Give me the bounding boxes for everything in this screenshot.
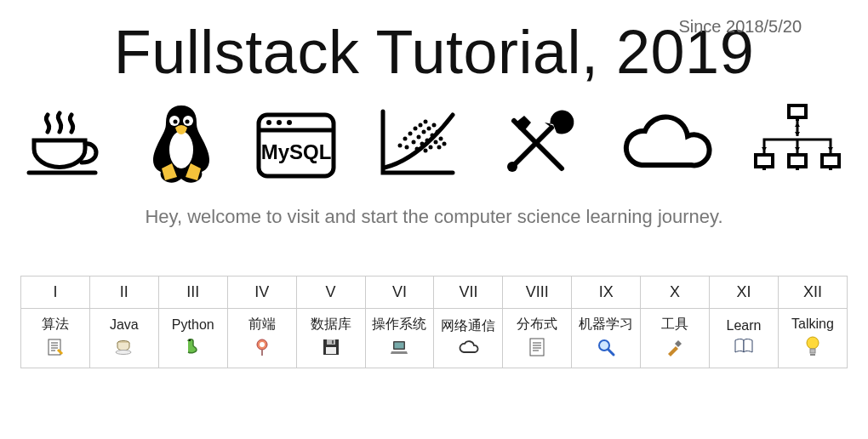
nav-label: Python [161, 317, 226, 333]
bulb-icon [804, 335, 821, 357]
svg-rect-52 [810, 349, 815, 353]
svg-rect-49 [530, 339, 544, 356]
subtitle: Hey, welcome to visit and start the comp… [17, 206, 851, 228]
svg-point-26 [424, 149, 428, 153]
svg-point-22 [420, 142, 425, 146]
svg-point-31 [443, 142, 447, 146]
svg-point-29 [439, 137, 443, 141]
svg-point-7 [277, 120, 282, 125]
svg-point-21 [415, 147, 420, 151]
cloud-small-icon [457, 339, 479, 356]
svg-point-30 [437, 145, 442, 150]
svg-point-42 [260, 342, 265, 347]
nav-header-9[interactable]: IX [572, 277, 641, 309]
svg-point-14 [424, 120, 428, 124]
coffee-small-icon [114, 336, 134, 356]
svg-point-17 [417, 135, 421, 140]
svg-point-11 [408, 132, 413, 136]
linux-penguin-icon [145, 102, 218, 184]
laptop-icon [389, 337, 409, 357]
svg-rect-34 [756, 155, 773, 167]
svg-point-25 [436, 130, 440, 134]
chart-scatter-icon [374, 105, 460, 181]
svg-point-28 [434, 140, 438, 145]
svg-point-3 [174, 120, 178, 124]
svg-rect-33 [789, 105, 806, 117]
svg-rect-35 [789, 155, 806, 167]
svg-point-19 [427, 127, 431, 131]
svg-point-18 [422, 130, 426, 134]
nav-cell-1[interactable]: 算法 [21, 309, 90, 368]
svg-point-8 [287, 120, 292, 125]
nav-cell-6[interactable]: 操作系统 [365, 309, 434, 368]
magnify-icon [596, 337, 616, 357]
mysql-icon: MySQL [254, 105, 339, 181]
nav-label: 分布式 [505, 316, 569, 334]
svg-point-23 [425, 139, 430, 143]
nav-label: 网络通信 [436, 317, 500, 335]
svg-point-0 [169, 131, 193, 168]
nav-header-2[interactable]: II [89, 277, 158, 309]
svg-point-51 [807, 337, 819, 349]
svg-point-32 [507, 162, 517, 172]
mysql-text: MySQL [261, 140, 332, 163]
svg-point-6 [266, 120, 271, 125]
svg-point-10 [403, 137, 408, 141]
nav-header-3[interactable]: III [158, 277, 227, 309]
lollipop-icon [252, 337, 272, 357]
svg-rect-37 [49, 339, 60, 355]
svg-point-9 [398, 144, 403, 148]
nav-label: Learn [711, 318, 776, 334]
nav-cell-9[interactable]: 机器学习 [572, 309, 641, 368]
memo-icon [45, 337, 66, 357]
svg-point-24 [431, 134, 435, 138]
svg-rect-45 [326, 347, 336, 354]
svg-rect-48 [395, 343, 404, 349]
nav-header-6[interactable]: VI [365, 277, 434, 309]
svg-point-13 [419, 123, 423, 128]
nav-header-12[interactable]: XII [778, 277, 847, 309]
network-icon [751, 102, 844, 184]
svg-point-39 [116, 350, 131, 354]
snake-icon [183, 336, 203, 356]
nav-cell-3[interactable]: Python [158, 309, 227, 368]
svg-point-12 [414, 127, 418, 131]
svg-rect-36 [822, 155, 839, 167]
nav-cell-12[interactable]: Talking [778, 309, 847, 368]
nav-label: 工具 [642, 316, 707, 334]
hero-icon-row: MySQL [17, 102, 851, 184]
page-icon [528, 337, 546, 357]
nav-cell-4[interactable]: 前端 [227, 309, 296, 368]
nav-header-8[interactable]: VIII [503, 277, 572, 309]
svg-rect-46 [332, 340, 334, 344]
svg-rect-44 [327, 339, 335, 345]
nav-cell-11[interactable]: Learn [710, 309, 779, 368]
nav-label: Talking [780, 316, 845, 332]
nav-label: 前端 [230, 316, 294, 334]
nav-header-7[interactable]: VII [434, 277, 503, 309]
svg-point-16 [412, 140, 416, 145]
nav-label: 机器学习 [574, 316, 638, 334]
svg-point-15 [405, 145, 409, 150]
cloud-icon [613, 105, 715, 180]
nav-cell-5[interactable]: 数据库 [296, 309, 365, 368]
hammer-icon [665, 337, 685, 357]
nav-header-10[interactable]: X [641, 277, 710, 309]
nav-header-11[interactable]: XI [710, 277, 779, 309]
nav-cell-10[interactable]: 工具 [641, 309, 710, 368]
svg-point-20 [432, 123, 437, 128]
since-label: Since 2018/5/20 [678, 17, 802, 37]
svg-point-4 [186, 120, 190, 124]
nav-header-5[interactable]: V [296, 277, 365, 309]
book-icon [734, 337, 754, 356]
nav-label: 操作系统 [368, 316, 432, 334]
nav-label: 数据库 [299, 316, 363, 334]
nav-cell-2[interactable]: Java [89, 309, 158, 368]
floppy-icon [321, 337, 341, 357]
nav-cell-7[interactable]: 网络通信 [434, 309, 503, 368]
nav-cell-8[interactable]: 分布式 [503, 309, 572, 368]
nav-header-1[interactable]: I [21, 277, 90, 309]
nav-header-4[interactable]: IV [227, 277, 296, 309]
coffee-icon [24, 105, 109, 181]
nav-label: Java [92, 317, 157, 333]
